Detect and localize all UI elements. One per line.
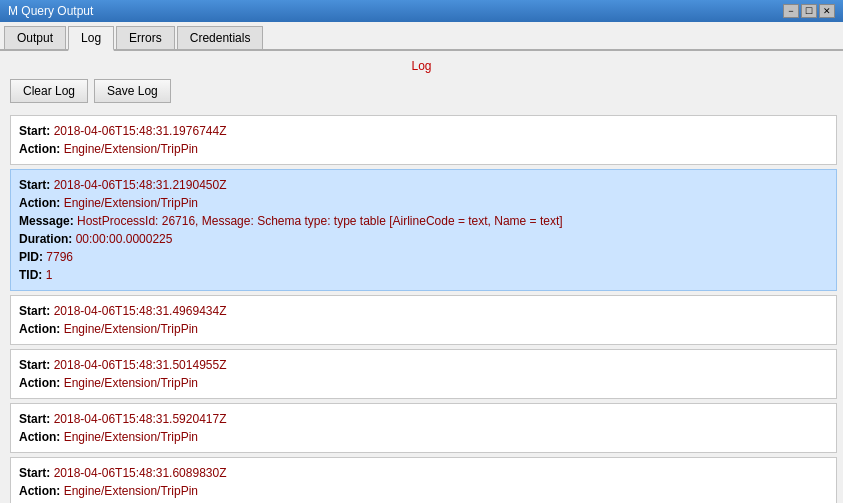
log-field-label: Action: [19, 376, 64, 390]
tab-log[interactable]: Log [68, 26, 114, 51]
log-field-label: Action: [19, 196, 64, 210]
log-line: Action: Engine/Extension/TripPin [19, 320, 828, 338]
tab-errors[interactable]: Errors [116, 26, 175, 49]
log-entry[interactable]: Start: 2018-04-06T15:48:31.6089830ZActio… [10, 457, 837, 503]
log-entry[interactable]: Start: 2018-04-06T15:48:31.5920417ZActio… [10, 403, 837, 453]
log-entry[interactable]: Start: 2018-04-06T15:48:31.4969434ZActio… [10, 295, 837, 345]
log-field-label: Message: [19, 214, 77, 228]
log-field-label: Start: [19, 412, 54, 426]
log-field-value: 1 [46, 268, 53, 282]
log-line: Action: Engine/Extension/TripPin [19, 140, 828, 158]
log-field-label: Start: [19, 358, 54, 372]
log-field-value: HostProcessId: 26716, Message: Schema ty… [77, 214, 563, 228]
log-field-value: 7796 [46, 250, 73, 264]
log-field-label: Start: [19, 178, 54, 192]
log-field-label: Start: [19, 124, 54, 138]
log-field-label: Action: [19, 484, 64, 498]
log-line: Action: Engine/Extension/TripPin [19, 374, 828, 392]
tab-credentials[interactable]: Credentials [177, 26, 264, 49]
log-field-label: Action: [19, 430, 64, 444]
tab-bar: Output Log Errors Credentials [0, 22, 843, 51]
log-line: TID: 1 [19, 266, 828, 284]
log-field-value: Engine/Extension/TripPin [64, 484, 198, 498]
log-field-value: 2018-04-06T15:48:31.2190450Z [54, 178, 227, 192]
log-line: Action: Engine/Extension/TripPin [19, 428, 828, 446]
log-line: Start: 2018-04-06T15:48:31.5014955Z [19, 356, 828, 374]
log-field-value: 2018-04-06T15:48:31.6089830Z [54, 466, 227, 480]
log-line: Message: HostProcessId: 26716, Message: … [19, 212, 828, 230]
log-container[interactable]: Start: 2018-04-06T15:48:31.1976744ZActio… [0, 111, 843, 503]
log-line: Action: Engine/Extension/TripPin [19, 482, 828, 500]
log-entry[interactable]: Start: 2018-04-06T15:48:31.5014955ZActio… [10, 349, 837, 399]
toolbar: Clear Log Save Log [0, 79, 843, 111]
log-field-value: Engine/Extension/TripPin [64, 196, 198, 210]
content-area: Log Clear Log Save Log Start: 2018-04-06… [0, 51, 843, 503]
close-button[interactable]: ✕ [819, 4, 835, 18]
log-line: PID: 7796 [19, 248, 828, 266]
log-field-value: 00:00:00.0000225 [76, 232, 173, 246]
log-entry[interactable]: Start: 2018-04-06T15:48:31.1976744ZActio… [10, 115, 837, 165]
log-line: Start: 2018-04-06T15:48:31.2190450Z [19, 176, 828, 194]
log-field-label: TID: [19, 268, 46, 282]
log-line: Start: 2018-04-06T15:48:31.4969434Z [19, 302, 828, 320]
log-field-value: Engine/Extension/TripPin [64, 322, 198, 336]
log-field-label: Action: [19, 142, 64, 156]
log-field-label: Start: [19, 466, 54, 480]
log-line: Action: Engine/Extension/TripPin [19, 194, 828, 212]
log-title: Log [0, 51, 843, 79]
log-line: Duration: 00:00:00.0000225 [19, 230, 828, 248]
save-log-button[interactable]: Save Log [94, 79, 171, 103]
log-field-value: 2018-04-06T15:48:31.1976744Z [54, 124, 227, 138]
log-field-value: Engine/Extension/TripPin [64, 142, 198, 156]
window-controls: − ☐ ✕ [783, 4, 835, 18]
log-entry[interactable]: Start: 2018-04-06T15:48:31.2190450ZActio… [10, 169, 837, 291]
log-field-value: Engine/Extension/TripPin [64, 376, 198, 390]
log-line: Start: 2018-04-06T15:48:31.6089830Z [19, 464, 828, 482]
window-body: Output Log Errors Credentials Log Clear … [0, 22, 843, 503]
log-field-label: Duration: [19, 232, 76, 246]
log-field-label: PID: [19, 250, 46, 264]
log-line: Start: 2018-04-06T15:48:31.1976744Z [19, 122, 828, 140]
minimize-button[interactable]: − [783, 4, 799, 18]
log-field-value: Engine/Extension/TripPin [64, 430, 198, 444]
log-field-label: Action: [19, 322, 64, 336]
log-field-label: Start: [19, 304, 54, 318]
maximize-button[interactable]: ☐ [801, 4, 817, 18]
log-field-value: 2018-04-06T15:48:31.4969434Z [54, 304, 227, 318]
window-title: M Query Output [8, 4, 93, 18]
log-field-value: 2018-04-06T15:48:31.5920417Z [54, 412, 227, 426]
log-line: Start: 2018-04-06T15:48:31.5920417Z [19, 410, 828, 428]
title-bar: M Query Output − ☐ ✕ [0, 0, 843, 22]
tab-output[interactable]: Output [4, 26, 66, 49]
log-field-value: 2018-04-06T15:48:31.5014955Z [54, 358, 227, 372]
clear-log-button[interactable]: Clear Log [10, 79, 88, 103]
